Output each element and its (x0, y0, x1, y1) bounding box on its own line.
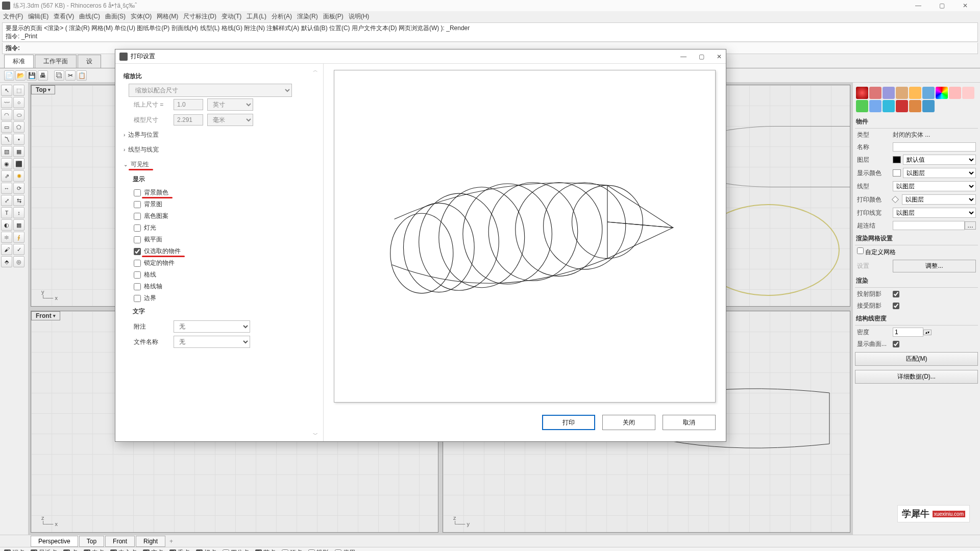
close-button[interactable]: 关闭 (602, 415, 655, 430)
chk-gridaxis[interactable] (134, 283, 141, 290)
explode-tool-icon[interactable]: ✺ (13, 170, 24, 182)
model-unit-select[interactable]: 毫米 (207, 114, 253, 126)
scale-select[interactable]: 缩放以配合尺寸 (129, 84, 292, 97)
vptab-perspective[interactable]: Perspective (31, 536, 78, 547)
paste-button[interactable]: 📋 (77, 70, 87, 81)
dna-tool-icon[interactable]: ∮ (13, 232, 24, 243)
menu-dim[interactable]: 尺寸标注(D) (183, 12, 216, 21)
tab-cplane[interactable]: 工作平面 (35, 55, 77, 68)
new-file-button[interactable]: 📄 (4, 70, 14, 81)
ellipse-tool-icon[interactable]: ⬭ (13, 109, 24, 120)
rect-tool-icon[interactable]: ▭ (1, 121, 12, 133)
open-file-button[interactable]: 📂 (15, 70, 26, 81)
menu-curve[interactable]: 曲线(C) (79, 12, 100, 21)
menu-panel[interactable]: 面板(P) (323, 12, 344, 21)
osnap-mid[interactable]: 中点 (84, 548, 104, 551)
move-tool-icon[interactable]: ↔ (1, 183, 12, 194)
extrude-tool-icon[interactable]: ⇗ (1, 170, 12, 182)
check-tool-icon[interactable]: ✓ (13, 244, 24, 255)
window-close-button[interactable]: ✕ (958, 2, 973, 9)
dialog-maximize-button[interactable]: ▢ (699, 53, 704, 60)
prop-name-input[interactable] (893, 142, 976, 152)
chk-selected-only[interactable] (134, 248, 141, 255)
box-panel-icon[interactable] (869, 100, 881, 112)
menu-transform[interactable]: 变动(T) (222, 12, 241, 21)
osnap-point[interactable]: 点 (63, 548, 78, 551)
chk-pattern[interactable] (134, 213, 141, 220)
osnap-perp[interactable]: 垂点 (169, 548, 190, 551)
prop-linetype-select[interactable]: 以图层 (893, 181, 976, 191)
window-minimize-button[interactable]: — (911, 2, 926, 9)
prop-hyperlink-input[interactable] (893, 221, 965, 230)
surface-tool-icon[interactable]: ▧ (1, 146, 12, 157)
print-button[interactable]: 打印 (542, 415, 595, 430)
prop-printcolor-select[interactable]: 以图层 (902, 194, 976, 205)
match-button[interactable]: 匹配(M) (855, 352, 978, 366)
dialog-minimize-button[interactable]: — (680, 53, 687, 60)
cancel-button[interactable]: 取消 (663, 415, 716, 430)
detail-button[interactable]: 详细数据(D)... (855, 370, 978, 384)
cylinder-tool-icon[interactable]: ⬛ (13, 158, 24, 169)
extra2-tool-icon[interactable]: ◎ (13, 256, 24, 267)
recv-shadow-checkbox[interactable] (893, 303, 899, 309)
density-spinner[interactable]: ▴▾ (923, 330, 932, 335)
chk-clip[interactable] (134, 236, 141, 243)
environment-panel-icon[interactable] (883, 87, 895, 99)
osnap-vertex[interactable]: 顶点 (282, 548, 302, 551)
rotate-tool-icon[interactable]: ⟳ (13, 183, 24, 194)
osnap-end[interactable]: 端点 (4, 548, 24, 551)
menu-file[interactable]: 文件(F) (3, 12, 23, 21)
tab-other-cut[interactable]: 设 (78, 55, 101, 68)
linetype-section[interactable]: ›线型与线宽 (124, 142, 315, 157)
custommesh-checkbox[interactable]: 自定义网格 (857, 247, 896, 257)
menu-edit[interactable]: 编辑(E) (28, 12, 48, 21)
osnap-tan[interactable]: 切点 (196, 548, 216, 551)
paint-tool-icon[interactable]: 🖌 (1, 244, 12, 255)
chk-grid[interactable] (134, 271, 141, 279)
polyline-tool-icon[interactable]: 〽 (1, 134, 12, 145)
cast-shadow-checkbox[interactable] (893, 291, 899, 297)
render-panel-icon[interactable] (856, 87, 868, 99)
prop-dispcolor-select[interactable]: 以图层 (903, 168, 976, 178)
text-tool-icon[interactable]: T (1, 207, 12, 218)
cut-button[interactable]: ✂ (65, 70, 76, 81)
scroll-up-icon[interactable]: ︿ (313, 67, 318, 74)
arrow-tool-icon[interactable]: ↖ (1, 85, 12, 96)
osnap-project[interactable]: 投影 (308, 548, 329, 551)
circle-tool-icon[interactable]: ○ (13, 97, 24, 108)
dim-tool-icon[interactable]: ↕ (13, 207, 24, 218)
vptab-right[interactable]: Right (136, 536, 165, 547)
polygon-tool-icon[interactable]: ⬠ (13, 121, 24, 133)
annot-select[interactable]: 无 (174, 320, 250, 333)
boundary-section[interactable]: ›边界与位置 (124, 128, 315, 142)
osnap-int[interactable]: 交点 (143, 548, 163, 551)
menu-view[interactable]: 查看(V) (54, 12, 74, 21)
render-tool-icon[interactable]: ◐ (1, 219, 12, 231)
print-button[interactable]: 🖶 (38, 70, 48, 81)
menu-analyze[interactable]: 分析(A) (272, 12, 292, 21)
display-panel-icon[interactable] (922, 87, 935, 99)
menu-tools[interactable]: 工具(L) (247, 12, 266, 21)
dialog-close-button[interactable]: ✕ (717, 53, 722, 60)
paper-unit-select[interactable]: 英寸 (207, 98, 253, 111)
box-tool-icon[interactable]: ▦ (13, 146, 24, 157)
paper-size-input[interactable] (174, 99, 203, 110)
osnap-near[interactable]: 最近点 (31, 548, 57, 551)
save-button[interactable]: 💾 (27, 70, 37, 81)
mesh-tool-icon[interactable]: ▩ (13, 219, 24, 231)
mirror-tool-icon[interactable]: ⇆ (13, 195, 24, 206)
menu-help[interactable]: 说明(H) (349, 12, 370, 21)
model-size-input[interactable] (174, 114, 203, 126)
viewport-top-label[interactable]: Top▾ (31, 85, 55, 94)
visibility-section[interactable]: ⌄可见性 (124, 157, 315, 172)
window-maximize-button[interactable]: ▢ (934, 2, 949, 9)
menu-solid[interactable]: 实体(O) (131, 12, 152, 21)
copy-button[interactable]: ⿻ (54, 70, 64, 81)
menu-surface[interactable]: 曲面(S) (105, 12, 126, 21)
osnap-center[interactable]: 中心点 (110, 548, 137, 551)
lasso-tool-icon[interactable]: ⬚ (13, 85, 24, 96)
chk-bgcolor[interactable] (134, 189, 141, 196)
chk-border[interactable] (134, 295, 141, 302)
properties-panel-icon[interactable] (936, 87, 948, 99)
density-input[interactable] (893, 328, 923, 337)
